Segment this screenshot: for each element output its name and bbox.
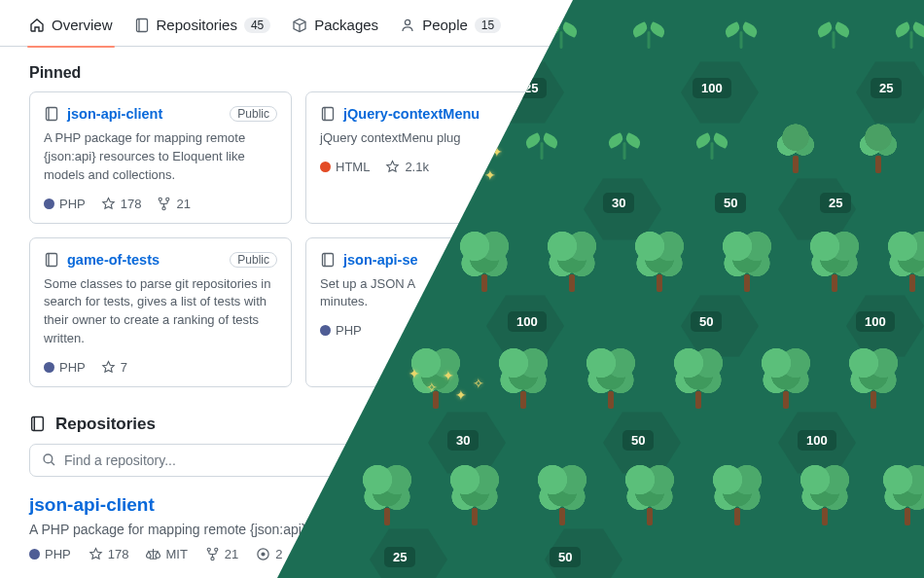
license-label: MIT <box>165 547 187 561</box>
forest-label: 50 <box>715 193 746 213</box>
repositories-count: 45 <box>244 18 270 33</box>
svg-rect-7 <box>47 253 57 266</box>
repo-link[interactable]: jQuery-contextMenu <box>343 106 480 122</box>
tab-repositories[interactable]: Repositories 45 <box>134 9 271 47</box>
pinned-card: game-of-tests Public Some classes to par… <box>29 237 292 387</box>
star-icon <box>89 547 103 561</box>
tree-icon <box>880 457 924 525</box>
repo-link[interactable]: json-api-client <box>67 106 162 122</box>
sparkle-icon: ✧ <box>473 376 484 391</box>
issues[interactable]: 2 <box>256 547 282 561</box>
forest-label: 50 <box>691 311 722 332</box>
repo-icon <box>320 106 336 122</box>
language: PHP <box>320 323 362 338</box>
sparkle-icon: ✧ <box>426 379 438 395</box>
stars-count: 178 <box>108 547 129 561</box>
tree-icon <box>496 341 551 409</box>
stars[interactable]: 2.1k <box>385 160 429 174</box>
language-label: PHP <box>336 323 362 338</box>
svg-rect-0 <box>136 18 147 31</box>
tab-repositories-label: Repositories <box>157 17 237 33</box>
repo-icon <box>29 415 46 432</box>
language: HTML <box>320 160 370 174</box>
repo-icon <box>134 18 150 33</box>
issues-count: 2 <box>275 547 282 561</box>
svg-point-1 <box>406 19 410 24</box>
forest-label: 25 <box>871 78 902 98</box>
tree-icon <box>545 224 599 292</box>
stars[interactable]: 178 <box>89 547 129 561</box>
forest-label: 25 <box>820 193 851 213</box>
language-label: PHP <box>59 360 86 375</box>
forest-label: 50 <box>622 430 654 451</box>
package-icon <box>292 18 307 33</box>
repositories-heading: Repositories <box>55 415 156 434</box>
tree-icon <box>535 457 589 525</box>
sprout-icon <box>817 10 850 49</box>
repo-link[interactable]: game-of-tests <box>67 252 160 268</box>
tree-icon <box>447 457 502 525</box>
tab-packages[interactable]: Packages <box>292 9 378 47</box>
sprout-icon <box>632 10 665 49</box>
lang-dot-icon <box>29 549 40 560</box>
forest-label: 100 <box>693 78 731 98</box>
svg-point-4 <box>166 198 169 200</box>
repo-link[interactable]: json-api-se <box>343 252 418 268</box>
svg-point-11 <box>207 548 210 551</box>
forks-count: 21 <box>176 197 190 211</box>
tab-people[interactable]: People 15 <box>400 9 501 47</box>
fork-icon <box>205 547 220 561</box>
people-count: 15 <box>475 18 501 33</box>
stars-count: 178 <box>121 197 142 211</box>
language-label: PHP <box>59 197 86 211</box>
pinned-card: json-api-client Public A PHP package for… <box>29 91 292 224</box>
visibility-badge: Public <box>230 106 277 122</box>
forks[interactable]: 21 <box>157 197 190 211</box>
forks-count: 21 <box>225 547 238 561</box>
tree-icon <box>671 341 726 409</box>
forest-label: 100 <box>508 311 547 332</box>
language-label: PHP <box>45 547 71 561</box>
stars[interactable]: 7 <box>101 360 127 375</box>
forks[interactable]: 21 <box>205 547 238 561</box>
svg-point-10 <box>44 454 53 463</box>
language: PHP <box>44 197 86 211</box>
issue-icon <box>256 547 270 561</box>
sprout-icon <box>895 10 924 49</box>
language: PHP <box>44 360 86 375</box>
repo-link[interactable]: json-api-client <box>29 494 155 516</box>
svg-point-5 <box>162 206 165 209</box>
tab-overview[interactable]: Overview <box>29 9 113 47</box>
tree-icon <box>710 457 764 525</box>
lang-dot-icon <box>320 325 331 336</box>
stars[interactable]: 178 <box>101 197 142 211</box>
repo-icon <box>44 252 59 268</box>
repo-description: A PHP package for mapping remote {json:a… <box>44 129 277 185</box>
sprout-icon <box>695 121 729 160</box>
visibility-badge: Public <box>230 252 277 268</box>
svg-rect-9 <box>32 417 44 431</box>
repo-icon <box>44 106 59 122</box>
people-icon <box>400 18 415 33</box>
svg-rect-8 <box>323 253 334 266</box>
tab-packages-label: Packages <box>314 17 378 33</box>
lang-dot-icon <box>44 199 54 209</box>
repo-icon <box>320 252 336 268</box>
lang-dot-icon <box>320 162 331 172</box>
tab-people-label: People <box>422 17 468 33</box>
star-icon <box>101 197 116 211</box>
tree-icon <box>851 105 906 173</box>
home-icon <box>29 18 45 33</box>
tree-icon <box>720 224 774 292</box>
repo-description: Some classes to parse git repositories i… <box>44 275 277 348</box>
sprout-icon <box>725 10 758 49</box>
svg-rect-6 <box>323 108 334 121</box>
tree-icon <box>846 341 901 409</box>
fork-icon <box>157 197 171 211</box>
language: PHP <box>29 547 71 561</box>
tree-icon <box>584 341 638 409</box>
tree-icon <box>885 224 924 292</box>
tree-icon <box>759 341 813 409</box>
svg-point-3 <box>160 198 162 200</box>
tree-icon <box>360 457 414 525</box>
